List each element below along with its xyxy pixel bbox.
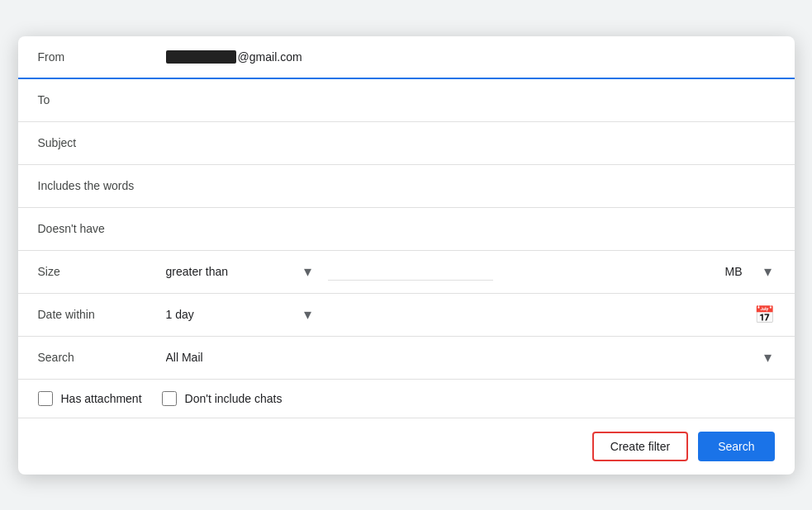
size-unit-wrapper: MB KB Bytes ▾ [725,265,775,278]
search-in-select[interactable]: All Mail Inbox Sent Mail Drafts Trash Sp… [166,351,775,364]
subject-input[interactable] [166,136,775,149]
search-in-row: Search All Mail Inbox Sent Mail Drafts T… [18,337,795,380]
subject-row: Subject [18,122,795,165]
calendar-icon[interactable]: 📅 [754,305,775,324]
size-comparison-select[interactable]: greater than less than [166,265,249,278]
from-label: From [38,50,166,64]
search-in-label: Search [38,351,166,364]
has-attachment-checkbox-item[interactable]: Has attachment [38,391,142,406]
date-within-row: Date within 1 day 3 days 1 week 2 weeks … [18,294,795,337]
size-comparison-wrapper: greater than less than ▾ [166,265,315,278]
checkboxes-row: Has attachment Don't include chats [18,380,795,418]
has-attachment-label: Has attachment [61,392,142,405]
doesnt-have-row: Doesn't have [18,208,795,251]
has-attachment-checkbox[interactable] [38,391,53,406]
to-label: To [38,93,166,106]
doesnt-have-input[interactable] [166,222,775,235]
date-within-dropdown-icon: ▾ [304,305,311,323]
size-value-input[interactable] [328,263,493,281]
actions-row: Create filter Search [18,418,795,475]
from-row: From ●●●●●●●●● [18,36,795,79]
subject-input-wrapper [166,136,775,149]
date-within-input-wrapper: 1 day 3 days 1 week 2 weeks 1 month 2 mo… [166,305,775,324]
size-unit-select[interactable]: MB KB Bytes [725,265,775,278]
size-input-wrapper: greater than less than ▾ MB KB Bytes ▾ [166,263,775,281]
dont-include-chats-checkbox-item[interactable]: Don't include chats [162,391,283,406]
includes-label: Includes the words [38,179,166,192]
to-input[interactable] [166,93,775,106]
to-input-wrapper [166,93,775,106]
subject-label: Subject [38,136,166,149]
filter-dialog: From ●●●●●●●●● To Subject Includes the w… [18,36,795,475]
dont-include-chats-checkbox[interactable] [162,391,177,406]
search-in-select-wrapper: All Mail Inbox Sent Mail Drafts Trash Sp… [166,351,775,364]
from-input[interactable] [238,50,775,64]
doesnt-have-input-wrapper [166,222,775,235]
doesnt-have-label: Doesn't have [38,222,166,235]
size-label: Size [38,265,166,278]
dont-include-chats-label: Don't include chats [185,392,283,405]
from-redacted: ●●●●●●●●● [166,50,236,64]
includes-input[interactable] [166,179,775,192]
size-row: Size greater than less than ▾ MB KB Byte… [18,251,795,294]
from-input-wrapper: ●●●●●●●●● [166,50,775,64]
create-filter-button[interactable]: Create filter [592,432,688,461]
search-button[interactable]: Search [698,432,774,461]
to-row: To [18,79,795,122]
search-in-input-wrapper: All Mail Inbox Sent Mail Drafts Trash Sp… [166,351,775,364]
size-comparison-dropdown-icon: ▾ [304,262,311,281]
date-within-select-wrapper: 1 day 3 days 1 week 2 weeks 1 month 2 mo… [166,308,315,321]
includes-input-wrapper [166,179,775,192]
date-within-label: Date within [38,308,166,321]
includes-row: Includes the words [18,165,795,208]
date-within-select[interactable]: 1 day 3 days 1 week 2 weeks 1 month 2 mo… [166,308,234,321]
